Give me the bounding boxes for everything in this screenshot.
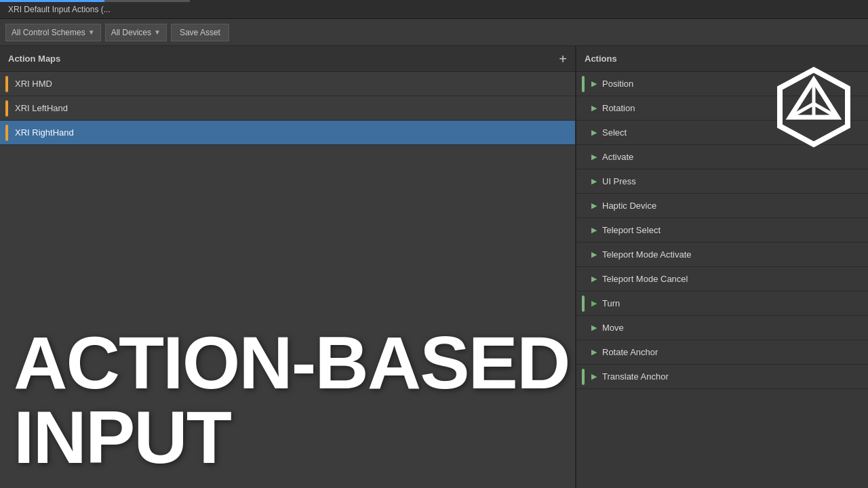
righthand-stripe bbox=[5, 125, 8, 141]
left-panel: Action Maps + XRI HMD XRI LeftHand XRI R… bbox=[0, 46, 576, 488]
turn-label: Turn bbox=[602, 298, 620, 308]
rotation-stripe bbox=[582, 100, 585, 117]
teleport-activate-label: Teleport Mode Activate bbox=[602, 249, 692, 260]
action-item-rotate-anchor[interactable]: ▶ Rotate Anchor bbox=[576, 340, 868, 365]
toolbar: All Control Schemes ▼ All Devices ▼ Save… bbox=[0, 19, 868, 46]
translate-anchor-stripe bbox=[582, 369, 585, 385]
rotate-anchor-expand: ▶ bbox=[591, 348, 597, 357]
haptic-expand: ▶ bbox=[591, 201, 597, 210]
control-schemes-dropdown[interactable]: All Control Schemes ▼ bbox=[5, 24, 101, 41]
action-maps-header: Action Maps + bbox=[0, 46, 575, 72]
move-label: Move bbox=[602, 323, 624, 333]
teleport-select-label: Teleport Select bbox=[602, 225, 660, 235]
action-maps-title: Action Maps bbox=[8, 54, 60, 64]
activate-label: Activate bbox=[602, 152, 633, 162]
select-label: Select bbox=[602, 127, 627, 138]
uipress-stripe bbox=[582, 174, 585, 190]
devices-dropdown[interactable]: All Devices ▼ bbox=[105, 24, 167, 41]
rotation-expand: ▶ bbox=[591, 104, 597, 113]
uipress-label: UI Press bbox=[602, 176, 636, 186]
action-map-list: XRI HMD XRI LeftHand XRI RightHand bbox=[0, 72, 575, 145]
teleport-cancel-label: Teleport Mode Cancel bbox=[602, 274, 688, 284]
teleport-cancel-expand: ▶ bbox=[591, 274, 597, 283]
action-item-move[interactable]: ▶ Move bbox=[576, 316, 868, 340]
save-asset-button[interactable]: Save Asset bbox=[171, 24, 229, 41]
hmd-stripe bbox=[5, 76, 8, 92]
rotate-anchor-label: Rotate Anchor bbox=[602, 347, 658, 357]
action-item-teleport-select[interactable]: ▶ Teleport Select bbox=[576, 218, 868, 243]
move-expand: ▶ bbox=[591, 323, 597, 332]
uipress-expand: ▶ bbox=[591, 177, 597, 186]
select-expand: ▶ bbox=[591, 128, 597, 137]
teleport-activate-stripe bbox=[582, 247, 585, 263]
lefthand-label: XRI LeftHand bbox=[15, 103, 68, 113]
turn-stripe bbox=[582, 296, 585, 312]
overlay-line1: ACTION-BASED bbox=[14, 325, 569, 400]
action-item-teleport-cancel[interactable]: ▶ Teleport Mode Cancel bbox=[576, 267, 868, 291]
action-map-item-righthand[interactable]: XRI RightHand bbox=[0, 121, 575, 145]
main-content: Action Maps + XRI HMD XRI LeftHand XRI R… bbox=[0, 46, 868, 488]
rotate-anchor-stripe bbox=[582, 344, 585, 361]
teleport-cancel-stripe bbox=[582, 271, 585, 287]
action-item-turn[interactable]: ▶ Turn bbox=[576, 291, 868, 316]
devices-label: All Devices bbox=[111, 28, 151, 37]
window-title: XRI Default Input Actions (... bbox=[8, 5, 111, 14]
action-item-activate[interactable]: ▶ Activate bbox=[576, 145, 868, 169]
position-stripe bbox=[582, 76, 585, 92]
teleport-activate-expand: ▶ bbox=[591, 250, 597, 259]
teleport-select-stripe bbox=[582, 222, 585, 239]
haptic-stripe bbox=[582, 198, 585, 214]
overlay-text: ACTION-BASED INPUT bbox=[14, 325, 569, 474]
lefthand-stripe bbox=[5, 100, 8, 117]
select-stripe bbox=[582, 125, 585, 141]
position-label: Position bbox=[602, 79, 633, 89]
action-item-haptic[interactable]: ▶ Haptic Device bbox=[576, 194, 868, 218]
add-action-map-button[interactable]: + bbox=[559, 52, 567, 66]
righthand-label: XRI RightHand bbox=[15, 127, 74, 138]
turn-expand: ▶ bbox=[591, 299, 597, 308]
title-bar: XRI Default Input Actions (... bbox=[0, 0, 868, 19]
progress-fill bbox=[0, 0, 104, 2]
position-expand: ▶ bbox=[591, 79, 597, 88]
rotation-label: Rotation bbox=[602, 103, 635, 113]
translate-anchor-label: Translate Anchor bbox=[602, 371, 669, 382]
progress-bar bbox=[0, 0, 190, 2]
action-item-translate-anchor[interactable]: ▶ Translate Anchor bbox=[576, 365, 868, 389]
hmd-label: XRI HMD bbox=[15, 79, 52, 89]
devices-arrow: ▼ bbox=[154, 28, 161, 36]
translate-anchor-expand: ▶ bbox=[591, 372, 597, 381]
control-schemes-label: All Control Schemes bbox=[12, 28, 85, 37]
unity-logo bbox=[773, 66, 854, 148]
overlay-line2: INPUT bbox=[14, 400, 569, 474]
action-map-item-lefthand[interactable]: XRI LeftHand bbox=[0, 96, 575, 121]
action-item-teleport-activate[interactable]: ▶ Teleport Mode Activate bbox=[576, 243, 868, 267]
control-schemes-arrow: ▼ bbox=[88, 28, 95, 36]
move-stripe bbox=[582, 320, 585, 336]
actions-title: Actions bbox=[585, 54, 617, 64]
teleport-select-expand: ▶ bbox=[591, 226, 597, 235]
activate-stripe bbox=[582, 149, 585, 165]
action-map-item-hmd[interactable]: XRI HMD bbox=[0, 72, 575, 96]
activate-expand: ▶ bbox=[591, 152, 597, 161]
haptic-label: Haptic Device bbox=[602, 201, 656, 211]
action-item-uipress[interactable]: ▶ UI Press bbox=[576, 169, 868, 194]
